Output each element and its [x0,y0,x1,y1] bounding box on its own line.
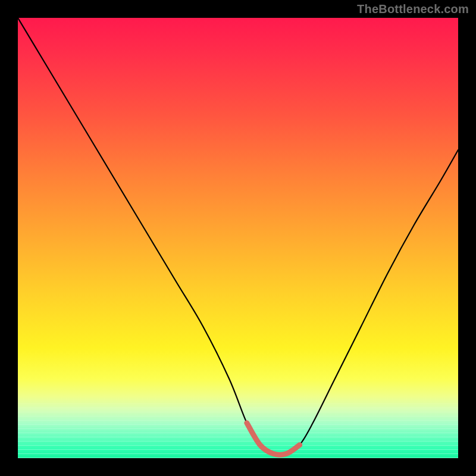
bottleneck-curve [18,18,458,455]
optimal-range-marker [247,423,300,455]
attribution-label: TheBottleneck.com [357,2,469,16]
chart-stage: TheBottleneck.com [0,0,476,476]
plot-area [18,18,458,458]
curve-layer [18,18,458,458]
